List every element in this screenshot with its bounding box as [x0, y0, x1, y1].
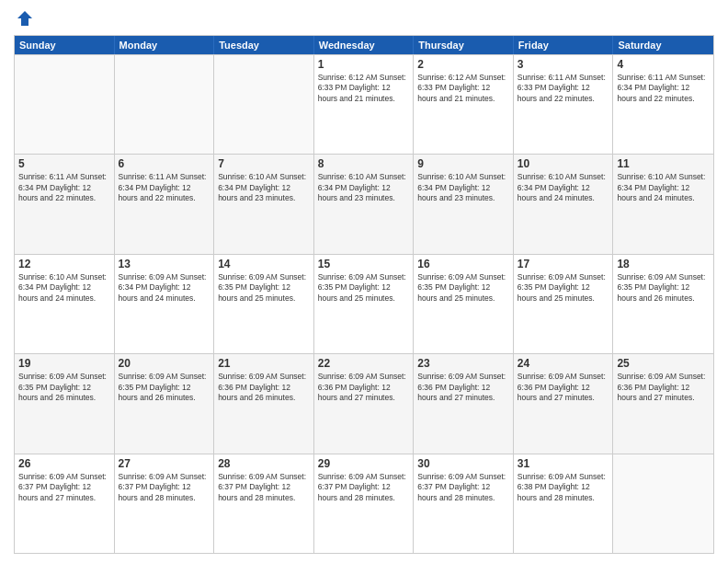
- day-number: 15: [318, 258, 410, 270]
- day-cell-empty-4-6: [613, 454, 713, 553]
- day-info: Sunrise: 6:09 AM Sunset: 6:35 PM Dayligh…: [119, 372, 210, 403]
- day-number: 9: [417, 157, 509, 170]
- week-row-4: 26Sunrise: 6:09 AM Sunset: 6:37 PM Dayli…: [15, 454, 713, 553]
- day-cell-8: 8Sunrise: 6:10 AM Sunset: 6:34 PM Daylig…: [314, 155, 415, 253]
- day-info: Sunrise: 6:12 AM Sunset: 6:33 PM Dayligh…: [318, 73, 410, 104]
- day-cell-27: 27Sunrise: 6:09 AM Sunset: 6:37 PM Dayli…: [115, 454, 215, 553]
- day-cell-23: 23Sunrise: 6:09 AM Sunset: 6:36 PM Dayli…: [414, 354, 514, 453]
- day-cell-7: 7Sunrise: 6:10 AM Sunset: 6:34 PM Daylig…: [214, 155, 314, 253]
- day-number: 16: [417, 258, 509, 270]
- header-cell-wednesday: Wednesday: [314, 36, 415, 54]
- header-cell-thursday: Thursday: [414, 36, 514, 54]
- day-cell-26: 26Sunrise: 6:09 AM Sunset: 6:37 PM Dayli…: [15, 454, 115, 553]
- day-cell-28: 28Sunrise: 6:09 AM Sunset: 6:37 PM Dayli…: [214, 454, 314, 553]
- day-number: 11: [617, 157, 710, 170]
- day-number: 31: [518, 457, 609, 470]
- day-info: Sunrise: 6:11 AM Sunset: 6:34 PM Dayligh…: [617, 73, 710, 104]
- svg-marker-0: [17, 11, 32, 26]
- day-number: 1: [318, 58, 410, 71]
- calendar-page: SundayMondayTuesdayWednesdayThursdayFrid…: [0, 0, 728, 563]
- day-cell-24: 24Sunrise: 6:09 AM Sunset: 6:36 PM Dayli…: [514, 354, 614, 453]
- day-cell-1: 1Sunrise: 6:12 AM Sunset: 6:33 PM Daylig…: [314, 55, 415, 154]
- day-cell-30: 30Sunrise: 6:09 AM Sunset: 6:37 PM Dayli…: [414, 454, 514, 553]
- day-number: 24: [518, 357, 609, 370]
- week-row-2: 12Sunrise: 6:10 AM Sunset: 6:34 PM Dayli…: [15, 254, 713, 353]
- day-cell-31: 31Sunrise: 6:09 AM Sunset: 6:38 PM Dayli…: [514, 454, 614, 553]
- day-cell-2: 2Sunrise: 6:12 AM Sunset: 6:33 PM Daylig…: [414, 55, 514, 154]
- day-info: Sunrise: 6:11 AM Sunset: 6:33 PM Dayligh…: [518, 73, 609, 104]
- day-cell-13: 13Sunrise: 6:09 AM Sunset: 6:34 PM Dayli…: [115, 255, 215, 353]
- day-info: Sunrise: 6:10 AM Sunset: 6:34 PM Dayligh…: [417, 172, 509, 203]
- day-number: 18: [617, 258, 710, 270]
- day-number: 8: [318, 157, 410, 170]
- day-cell-25: 25Sunrise: 6:09 AM Sunset: 6:36 PM Dayli…: [613, 354, 713, 453]
- day-number: 28: [218, 457, 310, 470]
- day-cell-11: 11Sunrise: 6:10 AM Sunset: 6:34 PM Dayli…: [613, 155, 713, 253]
- header-cell-monday: Monday: [115, 36, 215, 54]
- day-cell-20: 20Sunrise: 6:09 AM Sunset: 6:35 PM Dayli…: [115, 354, 215, 453]
- day-cell-22: 22Sunrise: 6:09 AM Sunset: 6:36 PM Dayli…: [314, 354, 415, 453]
- day-number: 25: [617, 357, 710, 370]
- day-info: Sunrise: 6:10 AM Sunset: 6:34 PM Dayligh…: [18, 272, 110, 304]
- logo: [14, 9, 34, 28]
- day-info: Sunrise: 6:10 AM Sunset: 6:34 PM Dayligh…: [617, 172, 710, 203]
- day-info: Sunrise: 6:09 AM Sunset: 6:38 PM Dayligh…: [518, 472, 609, 503]
- header: [14, 9, 714, 28]
- day-number: 10: [518, 157, 609, 170]
- header-cell-tuesday: Tuesday: [214, 36, 314, 54]
- day-info: Sunrise: 6:11 AM Sunset: 6:34 PM Dayligh…: [18, 172, 110, 203]
- day-info: Sunrise: 6:09 AM Sunset: 6:35 PM Dayligh…: [18, 372, 110, 403]
- day-number: 6: [119, 157, 210, 170]
- day-info: Sunrise: 6:10 AM Sunset: 6:34 PM Dayligh…: [518, 172, 609, 203]
- day-info: Sunrise: 6:11 AM Sunset: 6:34 PM Dayligh…: [119, 172, 210, 203]
- day-cell-empty-0-1: [115, 55, 215, 154]
- day-info: Sunrise: 6:09 AM Sunset: 6:36 PM Dayligh…: [518, 372, 609, 403]
- day-info: Sunrise: 6:09 AM Sunset: 6:37 PM Dayligh…: [318, 472, 410, 503]
- logo-icon: [16, 9, 34, 28]
- day-info: Sunrise: 6:09 AM Sunset: 6:35 PM Dayligh…: [617, 272, 710, 304]
- header-cell-friday: Friday: [514, 36, 614, 54]
- day-cell-18: 18Sunrise: 6:09 AM Sunset: 6:35 PM Dayli…: [613, 255, 713, 353]
- day-info: Sunrise: 6:09 AM Sunset: 6:36 PM Dayligh…: [617, 372, 710, 403]
- day-info: Sunrise: 6:09 AM Sunset: 6:36 PM Dayligh…: [318, 372, 410, 403]
- day-number: 20: [119, 357, 210, 370]
- day-cell-4: 4Sunrise: 6:11 AM Sunset: 6:34 PM Daylig…: [613, 55, 713, 154]
- day-info: Sunrise: 6:09 AM Sunset: 6:37 PM Dayligh…: [119, 472, 210, 503]
- day-cell-19: 19Sunrise: 6:09 AM Sunset: 6:35 PM Dayli…: [15, 354, 115, 453]
- day-info: Sunrise: 6:09 AM Sunset: 6:35 PM Dayligh…: [417, 272, 509, 304]
- day-info: Sunrise: 6:09 AM Sunset: 6:37 PM Dayligh…: [218, 472, 310, 503]
- day-number: 13: [119, 258, 210, 270]
- day-number: 26: [18, 457, 110, 470]
- day-number: 12: [18, 258, 110, 270]
- day-info: Sunrise: 6:09 AM Sunset: 6:35 PM Dayligh…: [218, 272, 310, 304]
- day-cell-21: 21Sunrise: 6:09 AM Sunset: 6:36 PM Dayli…: [214, 354, 314, 453]
- day-cell-16: 16Sunrise: 6:09 AM Sunset: 6:35 PM Dayli…: [414, 255, 514, 353]
- day-number: 2: [417, 58, 509, 71]
- day-info: Sunrise: 6:09 AM Sunset: 6:36 PM Dayligh…: [417, 372, 509, 403]
- day-cell-10: 10Sunrise: 6:10 AM Sunset: 6:34 PM Dayli…: [514, 155, 614, 253]
- week-row-0: 1Sunrise: 6:12 AM Sunset: 6:33 PM Daylig…: [15, 54, 713, 154]
- day-cell-6: 6Sunrise: 6:11 AM Sunset: 6:34 PM Daylig…: [115, 155, 215, 253]
- day-number: 14: [218, 258, 310, 270]
- day-info: Sunrise: 6:09 AM Sunset: 6:35 PM Dayligh…: [318, 272, 410, 304]
- day-cell-15: 15Sunrise: 6:09 AM Sunset: 6:35 PM Dayli…: [314, 255, 415, 353]
- day-cell-5: 5Sunrise: 6:11 AM Sunset: 6:34 PM Daylig…: [15, 155, 115, 253]
- day-cell-empty-0-0: [15, 55, 115, 154]
- day-number: 23: [417, 357, 509, 370]
- day-cell-29: 29Sunrise: 6:09 AM Sunset: 6:37 PM Dayli…: [314, 454, 415, 553]
- day-cell-17: 17Sunrise: 6:09 AM Sunset: 6:35 PM Dayli…: [514, 255, 614, 353]
- calendar: SundayMondayTuesdayWednesdayThursdayFrid…: [14, 35, 714, 554]
- day-number: 29: [318, 457, 410, 470]
- day-info: Sunrise: 6:09 AM Sunset: 6:34 PM Dayligh…: [119, 272, 210, 304]
- day-cell-empty-0-2: [214, 55, 314, 154]
- day-info: Sunrise: 6:09 AM Sunset: 6:37 PM Dayligh…: [18, 472, 110, 503]
- day-info: Sunrise: 6:09 AM Sunset: 6:37 PM Dayligh…: [417, 472, 509, 503]
- day-cell-9: 9Sunrise: 6:10 AM Sunset: 6:34 PM Daylig…: [414, 155, 514, 253]
- calendar-header-row: SundayMondayTuesdayWednesdayThursdayFrid…: [15, 36, 713, 54]
- day-number: 3: [518, 58, 609, 71]
- day-cell-3: 3Sunrise: 6:11 AM Sunset: 6:33 PM Daylig…: [514, 55, 614, 154]
- day-info: Sunrise: 6:12 AM Sunset: 6:33 PM Dayligh…: [417, 73, 509, 104]
- day-number: 4: [617, 58, 710, 71]
- day-number: 7: [218, 157, 310, 170]
- day-number: 19: [18, 357, 110, 370]
